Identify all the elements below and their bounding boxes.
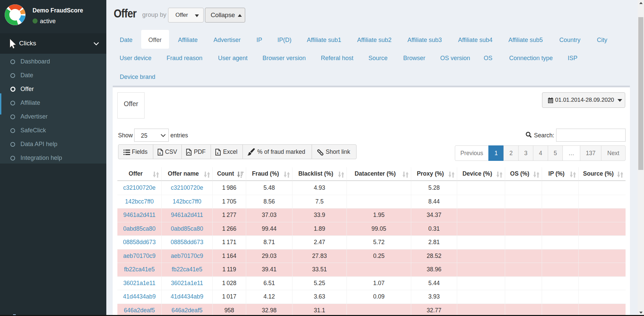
svg-text:x: x (159, 151, 161, 155)
svg-text:x: x (217, 151, 219, 155)
